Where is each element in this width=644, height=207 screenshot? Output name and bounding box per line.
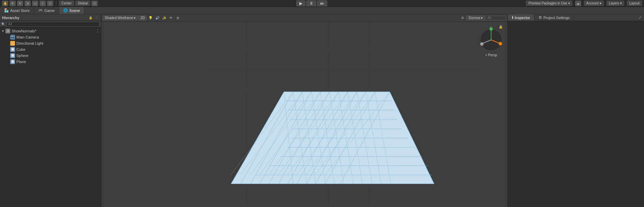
hierarchy-lock-icon[interactable]: 🔒 bbox=[88, 15, 93, 20]
shading-dropdown-arrow: ▾ bbox=[134, 16, 135, 20]
gizmos-dropdown-arrow: ▾ bbox=[481, 16, 483, 20]
hierarchy-panel-icons: 🔒 ⋮ bbox=[88, 15, 99, 20]
svg-text:🔒: 🔒 bbox=[499, 25, 503, 29]
grid-toggle-icon[interactable]: ⊞ bbox=[175, 15, 181, 21]
scene-canvas[interactable]: y 🔒 < Persp bbox=[101, 22, 507, 207]
lighting-toggle-icon[interactable]: 💡 bbox=[147, 15, 154, 21]
inspector-icon: ℹ bbox=[512, 15, 513, 20]
global-button[interactable]: Global bbox=[75, 1, 90, 6]
move-tool-icon[interactable]: ✛ bbox=[10, 1, 16, 6]
play-button[interactable]: ▶ bbox=[296, 0, 305, 6]
scene-search-input[interactable] bbox=[486, 16, 506, 20]
scene-tools-icon[interactable]: ⚙ bbox=[459, 15, 466, 21]
game-icon: 🎮 bbox=[38, 8, 43, 13]
extra-settings-icon[interactable]: ⬡ bbox=[91, 1, 98, 6]
tree-item-directional-light[interactable]: ☀ Directional Light bbox=[0, 40, 101, 46]
effects-toggle-icon[interactable]: ✨ bbox=[161, 15, 167, 21]
pause-button[interactable]: ⏸ bbox=[306, 0, 316, 6]
top-bar-right: Preview Packages in Use ▾ ☁ Account ▾ La… bbox=[526, 1, 642, 6]
hierarchy-panel: Hierarchy 🔒 ⋮ 🔍 ▼ ◈ ShowNormals* ⋮ 📷 Mai… bbox=[0, 14, 101, 207]
svg-point-63 bbox=[480, 42, 484, 46]
tab-inspector[interactable]: ℹ Inspector bbox=[508, 14, 534, 21]
layers-button[interactable]: Layers ▾ bbox=[606, 1, 624, 6]
toolbar-tools: ✋ ✛ ↻ ⇲ ▭ ⊹ ⬡ Center Global ⬡ bbox=[2, 1, 98, 6]
custom-tool-icon[interactable]: ⬡ bbox=[47, 1, 53, 6]
scene-icon: 🌐 bbox=[63, 8, 68, 13]
gizmo-svg: y 🔒 bbox=[477, 25, 505, 52]
root-more-icon[interactable]: ⋮ bbox=[96, 29, 101, 33]
cloud-icon[interactable]: ☁ bbox=[575, 1, 581, 6]
plane-object-icon: ⬜ bbox=[10, 59, 15, 64]
preview-packages-dropdown-icon: ▾ bbox=[568, 1, 570, 5]
search-icon: 🔍 bbox=[1, 23, 5, 26]
gizmos-button[interactable]: Gizmos ▾ bbox=[466, 15, 485, 20]
tab-game[interactable]: 🎮 Game bbox=[34, 7, 59, 14]
tree-root-item[interactable]: ▼ ◈ ShowNormals* ⋮ bbox=[0, 28, 101, 34]
layers-dropdown-icon: ▾ bbox=[620, 1, 622, 5]
rotate-tool-icon[interactable]: ↻ bbox=[17, 1, 23, 6]
root-expand-arrow: ▼ bbox=[1, 29, 5, 33]
tab-group: 🏪 Asset Store 🎮 Game 🌐 Scene bbox=[0, 7, 84, 14]
rect-tool-icon[interactable]: ▭ bbox=[32, 1, 38, 6]
tree-item-cube[interactable]: ⬜ Cube bbox=[0, 46, 101, 53]
tab-asset-store[interactable]: 🏪 Asset Store bbox=[0, 7, 34, 14]
right-panel: ℹ Inspector ⚙ Project Settings ⤢ bbox=[507, 14, 644, 207]
project-settings-icon: ⚙ bbox=[539, 15, 542, 20]
audio-toggle-icon[interactable]: 🔊 bbox=[154, 15, 160, 21]
transform-tool-icon[interactable]: ⊹ bbox=[40, 1, 46, 6]
preview-packages-button[interactable]: Preview Packages in Use ▾ bbox=[526, 1, 572, 6]
tree-item-sphere[interactable]: ⬜ Sphere bbox=[0, 53, 101, 59]
right-panel-header: ℹ Inspector ⚙ Project Settings ⤢ bbox=[508, 14, 644, 21]
scene-view: Shaded Wireframe ▾ 2D 💡 🔊 ✨ 👁 ⊞ ⚙ Gizmos… bbox=[101, 14, 507, 207]
scale-tool-icon[interactable]: ⇲ bbox=[25, 1, 31, 6]
second-bar: 🏪 Asset Store 🎮 Game 🌐 Scene bbox=[0, 7, 644, 14]
step-button[interactable]: ⏭ bbox=[317, 0, 327, 6]
hierarchy-search-input[interactable] bbox=[6, 22, 100, 27]
separator bbox=[56, 1, 56, 6]
center-button[interactable]: Center bbox=[59, 1, 74, 6]
right-panel-maximize-icon[interactable]: ⤢ bbox=[637, 15, 643, 20]
scene-toolbar: Shaded Wireframe ▾ 2D 💡 🔊 ✨ 👁 ⊞ ⚙ Gizmos… bbox=[101, 14, 507, 22]
scene-3d-view bbox=[101, 22, 507, 207]
account-button[interactable]: Account ▾ bbox=[584, 1, 604, 6]
account-dropdown-icon: ▾ bbox=[600, 1, 601, 5]
scene-visibility-icon[interactable]: 👁 bbox=[168, 15, 174, 21]
hierarchy-title: Hierarchy bbox=[2, 16, 19, 20]
light-object-icon: ☀ bbox=[10, 41, 15, 46]
tree-item-plane[interactable]: ⬜ Plane bbox=[0, 59, 101, 65]
right-panel-tabs: ℹ Inspector ⚙ Project Settings bbox=[508, 14, 574, 21]
tab-scene[interactable]: 🌐 Scene bbox=[59, 7, 84, 14]
cube-object-icon: ⬜ bbox=[10, 47, 15, 52]
layout-button[interactable]: Layout bbox=[627, 1, 642, 6]
hierarchy-more-icon[interactable]: ⋮ bbox=[94, 15, 99, 20]
main-area: Hierarchy 🔒 ⋮ 🔍 ▼ ◈ ShowNormals* ⋮ 📷 Mai… bbox=[0, 14, 644, 207]
hierarchy-tree: ▼ ◈ ShowNormals* ⋮ 📷 Main Camera ☀ Direc… bbox=[0, 27, 101, 207]
top-bar: ✋ ✛ ↻ ⇲ ▭ ⊹ ⬡ Center Global ⬡ ▶ ⏸ ⏭ Prev… bbox=[0, 0, 644, 7]
hierarchy-header: Hierarchy 🔒 ⋮ bbox=[0, 14, 101, 21]
persp-label[interactable]: < Persp bbox=[477, 53, 505, 57]
shading-mode-dropdown[interactable]: Shaded Wireframe ▾ bbox=[103, 15, 138, 20]
hand-tool-icon[interactable]: ✋ bbox=[2, 1, 8, 6]
svg-text:y: y bbox=[490, 25, 491, 28]
hierarchy-search-bar: 🔍 bbox=[0, 21, 101, 27]
tab-project-settings[interactable]: ⚙ Project Settings bbox=[534, 14, 574, 21]
inspector-content bbox=[508, 21, 644, 207]
asset-store-icon: 🏪 bbox=[4, 8, 9, 13]
scene-gizmo[interactable]: y 🔒 < Persp bbox=[477, 25, 505, 52]
root-scene-icon: ◈ bbox=[5, 29, 10, 33]
svg-point-64 bbox=[499, 42, 502, 45]
tree-item-main-camera[interactable]: 📷 Main Camera bbox=[0, 34, 101, 40]
2d-button[interactable]: 2D bbox=[138, 15, 147, 20]
sphere-object-icon: ⬜ bbox=[10, 53, 15, 58]
camera-object-icon: 📷 bbox=[10, 35, 15, 40]
playback-controls: ▶ ⏸ ⏭ bbox=[296, 0, 327, 6]
